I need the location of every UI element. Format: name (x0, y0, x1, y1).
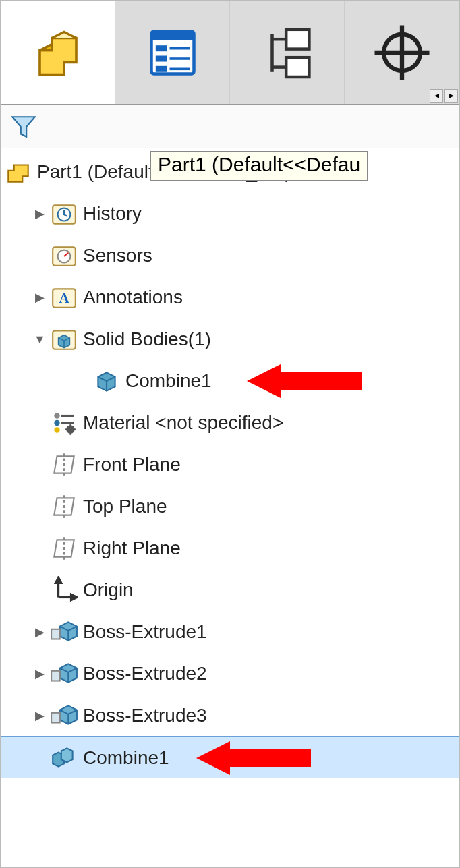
tree-item-label: Boss-Extrude1 (83, 621, 207, 643)
caret-icon[interactable]: ▶ (30, 666, 49, 681)
boss-extrude-icon (49, 617, 79, 647)
boss-extrude-icon (49, 659, 79, 689)
caret-icon[interactable]: ▶ (30, 206, 49, 221)
tab-configuration-manager[interactable] (230, 1, 345, 104)
tree-item-history[interactable]: ▶ History (1, 193, 459, 235)
tree-item-solid-bodies[interactable]: ▼ Solid Bodies(1) (1, 318, 459, 360)
svg-rect-41 (51, 713, 60, 723)
solid-bodies-folder-icon (49, 324, 79, 354)
tab-property-manager[interactable] (115, 1, 230, 104)
solid-body-icon (92, 366, 121, 396)
tree-item-label: Boss-Extrude3 (83, 705, 207, 726)
tooltip: Part1 (Default<<Defau (150, 151, 368, 181)
caret-icon[interactable]: ▼ (30, 332, 49, 347)
svg-rect-39 (51, 629, 60, 639)
tree-item-boss-extrude1[interactable]: ▶ Boss-Extrude1 (1, 611, 459, 653)
tree-item-label: Material <not specified> (83, 412, 283, 434)
svg-rect-8 (286, 29, 309, 49)
svg-rect-40 (51, 671, 60, 681)
tree-item-combine1-body[interactable]: Combine1 (1, 360, 459, 402)
svg-marker-42 (196, 741, 311, 775)
svg-text:A: A (59, 290, 69, 306)
boss-extrude-icon (49, 701, 79, 730)
filter-icon[interactable] (9, 112, 38, 142)
tree-item-label: Right Plane (83, 538, 181, 559)
svg-point-25 (54, 420, 59, 426)
tab-scroll-right[interactable]: ▸ (444, 89, 458, 103)
panel-tabs: ◂ ▸ (1, 1, 459, 105)
svg-point-24 (54, 413, 59, 418)
tree-item-label: Sensors (83, 245, 152, 266)
tree-item-material[interactable]: ▶ Material <not specified> (1, 402, 459, 444)
svg-marker-23 (247, 364, 362, 398)
tree-item-sensors[interactable]: ▶ Sensors (1, 235, 459, 277)
sensors-icon (49, 241, 79, 270)
tree-item-origin[interactable]: ▶ Origin (1, 569, 459, 611)
svg-rect-1 (151, 31, 194, 40)
material-icon (49, 408, 79, 438)
tree-item-label: Front Plane (83, 454, 181, 475)
feature-tree: Part1 (Default<<Default>_Displ Part1 (De… (1, 148, 459, 781)
tree-item-label: History (83, 203, 142, 225)
tree-item-label: Combine1 (83, 747, 169, 769)
tree-item-boss-extrude2[interactable]: ▶ Boss-Extrude2 (1, 653, 459, 695)
caret-icon[interactable]: ▶ (30, 708, 49, 723)
tree-item-top-plane[interactable]: ▶ Top Plane (1, 486, 459, 527)
filter-bar (1, 105, 459, 148)
tree-item-label: Annotations (83, 287, 183, 308)
svg-marker-36 (55, 577, 61, 583)
tree-item-combine1-feature[interactable]: ▶ Combine1 (1, 736, 459, 778)
tree-item-front-plane[interactable]: ▶ Front Plane (1, 444, 459, 486)
svg-point-26 (54, 427, 59, 432)
tree-item-label: Solid Bodies(1) (83, 328, 211, 350)
tab-scroll: ◂ ▸ (430, 89, 458, 103)
annotations-icon: A (49, 283, 79, 312)
tree-item-label: Boss-Extrude2 (83, 663, 207, 685)
origin-icon (49, 575, 79, 605)
plane-icon (49, 533, 79, 563)
caret-icon[interactable]: ▶ (30, 290, 49, 305)
annotation-arrow-icon (247, 361, 362, 401)
svg-rect-4 (155, 55, 166, 61)
tab-feature-tree[interactable] (1, 1, 115, 104)
tab-scroll-left[interactable]: ◂ (430, 89, 443, 103)
combine-icon (49, 743, 79, 773)
tree-item-boss-extrude3[interactable]: ▶ Boss-Extrude3 (1, 695, 459, 736)
annotation-arrow-icon (196, 739, 311, 778)
svg-rect-6 (155, 65, 166, 71)
tree-item-label: Combine1 (125, 370, 212, 392)
tree-item-annotations[interactable]: ▶ A Annotations (1, 277, 459, 318)
tree-item-label: Origin (83, 579, 134, 601)
history-icon (49, 199, 79, 229)
svg-marker-38 (71, 594, 77, 600)
tree-item-right-plane[interactable]: ▶ Right Plane (1, 527, 459, 569)
tree-item-label: Top Plane (83, 496, 167, 517)
part-icon (3, 157, 33, 187)
plane-icon (49, 492, 79, 521)
plane-icon (49, 450, 79, 480)
svg-rect-9 (286, 57, 309, 77)
caret-icon[interactable]: ▶ (30, 625, 49, 639)
svg-rect-2 (155, 45, 166, 51)
